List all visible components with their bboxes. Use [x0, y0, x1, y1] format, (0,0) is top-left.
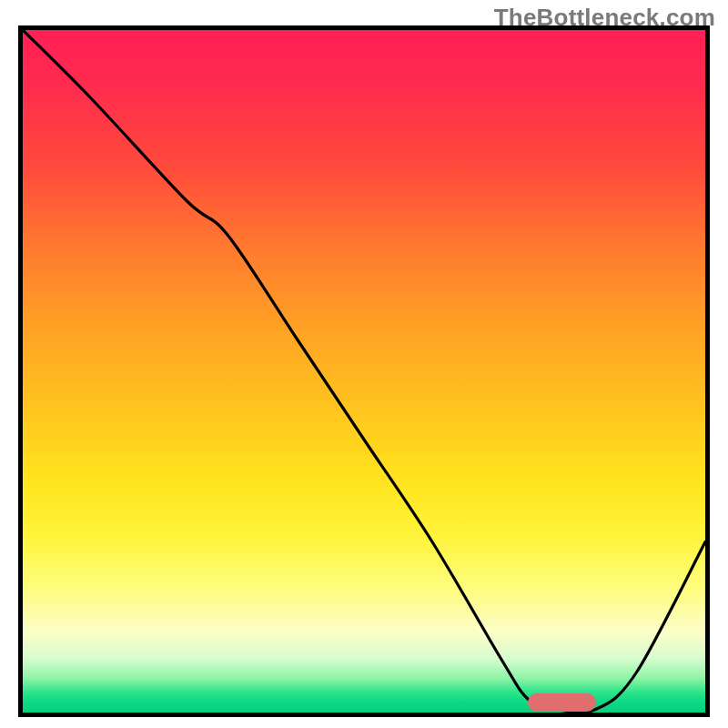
- chart-frame: [18, 25, 710, 717]
- chart-overlay: [23, 30, 705, 713]
- curve-path: [23, 30, 705, 713]
- min-region-marker: [528, 693, 596, 712]
- chart-stage: TheBottleneck.com: [0, 0, 728, 728]
